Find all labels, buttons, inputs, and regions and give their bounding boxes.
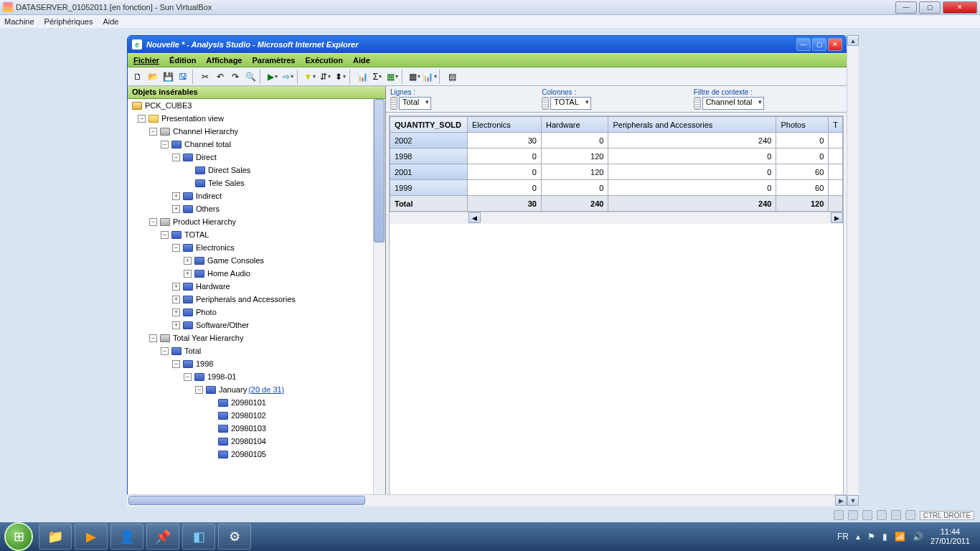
table-row[interactable]: 2002 30 0 240 0 [390,133,843,149]
tree-january-more[interactable]: (20 de 31) [248,385,284,394]
expander-icon[interactable]: − [149,128,157,136]
row-header[interactable]: 2002 [390,133,468,149]
tree-scrollbar[interactable] [373,99,385,505]
cell[interactable]: 120 [541,164,608,180]
suppress-icon[interactable]: ⇵▾ [318,70,332,84]
open-icon[interactable]: 📂 [146,70,160,84]
expander-icon[interactable]: − [172,154,180,161]
menu-exec[interactable]: Exécution [305,56,343,65]
context-select[interactable]: Channel total [702,97,765,110]
task-pin[interactable]: 📌 [146,524,179,550]
tree-day[interactable]: 20980105 [231,450,266,458]
dimension-tree[interactable]: PCK_CUBE3 −Presentation view −Channel Hi… [128,99,385,505]
scroll-right-icon[interactable]: ▶ [831,212,843,223]
tree-tele-sales[interactable]: Tele Sales [208,179,245,187]
total-row-header[interactable]: Total [390,196,468,212]
sigma-icon[interactable]: 📊 [355,70,369,84]
menu-edit[interactable]: Édition [169,56,196,65]
crosstab-table[interactable]: QUANTITY_SOLD Electronics Hardware Perip… [390,116,843,212]
cell[interactable]: 240 [608,133,776,149]
rows-dropzone[interactable]: Lignes : Total [390,88,539,110]
expander-icon[interactable]: − [195,386,203,394]
total-cell-clipped[interactable] [829,196,843,212]
minimize-button[interactable]: — [895,1,917,14]
task-explorer[interactable]: 📁 [39,524,72,550]
cell[interactable]: 0 [468,164,542,180]
undo-icon[interactable]: ↶ [213,70,227,84]
menu-help[interactable]: Aide [103,17,118,26]
context-dropzone[interactable]: Filtre de contexte : Channel total [694,88,842,110]
tree-channel-total[interactable]: Channel total [184,140,231,149]
doc-vscrollbar[interactable]: ▲ ▼ [847,35,859,506]
expander-icon[interactable]: + [172,205,180,213]
expander-icon[interactable]: + [184,270,192,278]
row-header[interactable]: 1998 [390,149,468,164]
scrollbar-thumb[interactable] [128,496,365,505]
menu-params[interactable]: Paramètres [252,56,295,65]
vbox-network-icon[interactable] [862,510,872,520]
tree-day[interactable]: 20980104 [231,437,266,446]
row-header[interactable]: 1999 [390,180,468,196]
task-app1[interactable]: 👤 [110,524,143,550]
total-cell[interactable]: 30 [468,196,542,212]
grid-hscrollbar[interactable]: ◀ ▶ [390,212,843,224]
cell[interactable]: 0 [541,180,608,196]
expander-icon[interactable]: − [184,373,192,381]
tree-january[interactable]: January [219,385,247,394]
menu-machine[interactable]: Machine [4,17,34,26]
tree-year-total[interactable]: Total [184,347,201,355]
find-icon[interactable]: 🔍 [243,70,258,84]
layout-icon[interactable]: ▤ [445,70,459,84]
cell[interactable]: 30 [468,133,542,149]
columns-select[interactable]: TOTAL [550,97,590,110]
col-header[interactable]: Photos [776,117,829,133]
vbox-disk-icon[interactable] [834,510,844,520]
vbox-shared-icon[interactable] [891,510,901,520]
expander-icon[interactable]: − [149,218,157,226]
table-row[interactable]: 2001 0 120 0 60 [390,164,843,180]
ie-titlebar[interactable]: e Nouvelle * - Analysis Studio - Microso… [128,36,847,53]
scroll-left-icon[interactable]: ◀ [468,212,481,223]
tray-signal-icon[interactable]: 📶 [895,532,905,542]
scrollbar-thumb[interactable] [374,99,385,242]
tray-volume-icon[interactable]: 🔊 [913,532,923,542]
cell[interactable]: 120 [541,149,608,164]
ie-maximize-button[interactable]: ▢ [812,38,826,51]
scroll-right-icon[interactable]: ▶ [835,495,847,506]
cell[interactable]: 0 [608,149,776,164]
menu-help[interactable]: Aide [353,56,370,65]
task-settings[interactable]: ⚙ [218,524,251,550]
cell[interactable]: 60 [776,180,829,196]
tree-product-hier[interactable]: Product Hierarchy [173,217,236,226]
col-header[interactable]: Peripherals and Accessories [608,117,776,133]
rows-select[interactable]: Total [399,97,431,110]
tree-1998-01[interactable]: 1998-01 [207,372,236,381]
cell[interactable]: 0 [776,149,829,164]
expander-icon[interactable]: + [172,192,180,200]
tree-year-hier[interactable]: Total Year Hierarchy [173,334,243,342]
cell[interactable]: 0 [776,133,829,149]
grip-icon[interactable] [542,97,549,110]
total-row[interactable]: Total 30 240 240 120 [390,196,843,212]
calc-icon[interactable]: ▦▾ [385,70,400,84]
cell-clipped[interactable] [829,149,843,164]
menu-view[interactable]: Affichage [206,56,242,65]
chart-icon[interactable]: 📊▾ [423,70,437,84]
tree-direct-sales[interactable]: Direct Sales [208,166,250,174]
cell[interactable]: 0 [608,164,776,180]
expander-icon[interactable]: − [138,115,146,123]
table-row[interactable]: 1999 0 0 0 60 [390,180,843,196]
redo-icon[interactable]: ↷ [228,70,242,84]
tray-clock[interactable]: 11:44 27/01/2011 [930,527,970,546]
tray-network-icon[interactable]: ▮ [882,532,887,542]
col-header[interactable]: Hardware [541,117,608,133]
expander-icon[interactable]: − [149,334,157,342]
grid-corner[interactable]: QUANTITY_SOLD [390,117,468,133]
tree-electronics[interactable]: Electronics [196,243,235,252]
vbox-usb-icon[interactable] [877,510,887,520]
tree-total[interactable]: TOTAL [184,230,209,239]
crosstab-icon[interactable]: ▦▾ [407,70,422,84]
save-as-icon[interactable]: 🖫 [176,70,190,84]
expander-icon[interactable]: − [172,360,180,368]
run-icon[interactable]: ▶▾ [265,70,280,84]
